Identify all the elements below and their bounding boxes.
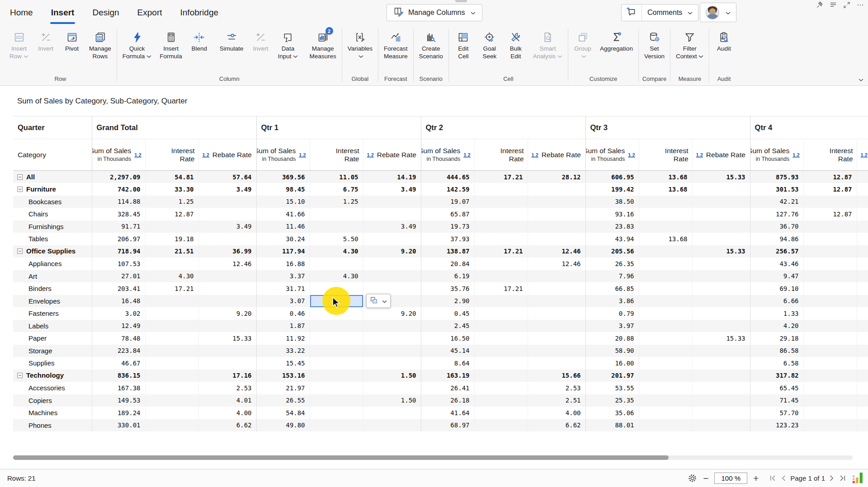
ribbon-button-create-scenario[interactable]: CreateScenario bbox=[415, 28, 447, 62]
ribbon-button-manage-measures[interactable]: 2ManageMeasures bbox=[305, 28, 340, 62]
number-format-chip[interactable]: 1.2 bbox=[628, 152, 635, 158]
table-cell[interactable] bbox=[692, 407, 750, 419]
table-cell[interactable] bbox=[474, 258, 528, 270]
table-cell[interactable]: 3.49 bbox=[198, 183, 256, 196]
table-cell[interactable]: 12.87 bbox=[803, 183, 857, 196]
table-cell[interactable]: 6.62 bbox=[198, 419, 256, 432]
table-cell[interactable] bbox=[310, 382, 363, 394]
table-cell[interactable]: 78.48 bbox=[92, 332, 145, 345]
table-cell[interactable]: 9.47 bbox=[750, 270, 803, 283]
corner-header[interactable]: Quarter bbox=[13, 117, 92, 139]
table-cell[interactable] bbox=[474, 208, 528, 220]
table-cell[interactable] bbox=[145, 220, 198, 233]
table-cell[interactable]: 6.19 bbox=[421, 270, 474, 283]
add-comment-icon[interactable] bbox=[622, 5, 642, 21]
table-cell[interactable]: 149.53 bbox=[92, 394, 145, 407]
table-cell[interactable] bbox=[692, 196, 750, 208]
table-cell[interactable]: 206.97 bbox=[92, 233, 145, 245]
table-cell[interactable]: 4.00 bbox=[528, 407, 585, 419]
table-cell[interactable] bbox=[363, 407, 421, 419]
measure-header-interest[interactable]: InterestRate bbox=[145, 139, 198, 171]
row-label-accessories[interactable]: Accessories bbox=[13, 382, 92, 394]
table-cell[interactable]: 36.99 bbox=[198, 245, 256, 258]
row-label-chairs[interactable]: Chairs bbox=[13, 208, 92, 220]
table-cell[interactable] bbox=[857, 419, 868, 432]
column-group-header-qtr-3[interactable]: Qtr 3 bbox=[585, 117, 750, 139]
table-cell[interactable] bbox=[474, 419, 528, 432]
table-cell[interactable] bbox=[310, 282, 363, 295]
table-cell[interactable]: 3.49 bbox=[363, 220, 421, 233]
table-cell[interactable] bbox=[145, 320, 198, 332]
table-cell[interactable] bbox=[803, 382, 857, 394]
table-cell[interactable]: 223.84 bbox=[92, 345, 145, 357]
table-cell[interactable] bbox=[310, 357, 363, 370]
row-label-technology[interactable]: Technology bbox=[13, 370, 92, 382]
table-cell[interactable] bbox=[198, 320, 256, 332]
table-cell[interactable]: 189.24 bbox=[92, 407, 145, 419]
table-cell[interactable]: 16.88 bbox=[256, 258, 310, 270]
table-cell[interactable] bbox=[803, 394, 857, 407]
table-cell[interactable] bbox=[474, 382, 528, 394]
table-cell[interactable]: 54.81 bbox=[145, 171, 198, 183]
table-cell[interactable]: 25.35 bbox=[585, 394, 639, 407]
table-cell[interactable] bbox=[803, 345, 857, 357]
measure-header-interest[interactable]: InterestRate bbox=[474, 139, 528, 171]
row-label-appliances[interactable]: Appliances bbox=[13, 258, 92, 270]
table-cell[interactable] bbox=[198, 270, 256, 283]
table-cell[interactable]: 6.58 bbox=[750, 357, 803, 370]
table-cell[interactable] bbox=[803, 320, 857, 332]
table-cell[interactable]: 4.00 bbox=[198, 407, 256, 419]
table-cell[interactable] bbox=[803, 407, 857, 419]
table-cell[interactable] bbox=[310, 220, 363, 233]
table-cell[interactable]: 41.66 bbox=[256, 208, 310, 220]
table-cell[interactable] bbox=[639, 307, 692, 320]
table-cell[interactable] bbox=[639, 282, 692, 295]
table-cell[interactable]: 1.25 bbox=[310, 196, 363, 208]
table-cell[interactable] bbox=[857, 196, 868, 208]
zoom-in-button[interactable]: + bbox=[753, 473, 759, 483]
ribbon-button-edit-cell[interactable]: EditCell bbox=[450, 28, 476, 62]
table-cell[interactable]: 2,297.09 bbox=[92, 171, 145, 183]
table-cell[interactable] bbox=[528, 320, 585, 332]
table-cell[interactable]: 13.68 bbox=[639, 183, 692, 196]
table-cell[interactable] bbox=[639, 245, 692, 258]
table-cell[interactable] bbox=[639, 208, 692, 220]
table-cell[interactable]: 17.21 bbox=[474, 282, 528, 295]
table-cell[interactable] bbox=[857, 233, 868, 245]
row-label-phones[interactable]: Phones bbox=[13, 419, 92, 432]
table-cell[interactable] bbox=[857, 220, 868, 233]
row-label-furnishings[interactable]: Furnishings bbox=[13, 220, 92, 233]
table-cell[interactable]: 11.46 bbox=[256, 220, 310, 233]
table-cell[interactable] bbox=[639, 370, 692, 382]
table-cell[interactable] bbox=[363, 258, 421, 270]
table-cell[interactable]: 301.53 bbox=[750, 183, 803, 196]
table-cell[interactable] bbox=[857, 394, 868, 407]
table-cell[interactable] bbox=[198, 196, 256, 208]
table-cell[interactable]: 30.24 bbox=[256, 233, 310, 245]
number-format-chip[interactable]: 1.2 bbox=[463, 152, 470, 158]
table-cell[interactable]: 153.16 bbox=[256, 370, 310, 382]
table-cell[interactable] bbox=[692, 258, 750, 270]
table-cell[interactable]: 9.20 bbox=[363, 245, 421, 258]
table-cell[interactable] bbox=[692, 183, 750, 196]
table-cell[interactable] bbox=[528, 183, 585, 196]
table-cell[interactable]: 203.41 bbox=[92, 282, 145, 295]
settings-gear-icon[interactable] bbox=[688, 473, 697, 483]
table-cell[interactable]: 9.20 bbox=[198, 307, 256, 320]
scrollbar-thumb[interactable] bbox=[13, 455, 669, 460]
table-cell[interactable] bbox=[692, 320, 750, 332]
table-cell[interactable]: 31.71 bbox=[256, 282, 310, 295]
table-cell[interactable]: 16.48 bbox=[92, 295, 145, 308]
table-cell[interactable]: 4.20 bbox=[750, 320, 803, 332]
table-cell[interactable] bbox=[474, 370, 528, 382]
row-label-art[interactable]: Art bbox=[13, 270, 92, 283]
table-cell[interactable] bbox=[310, 332, 363, 345]
table-cell[interactable]: 4.30 bbox=[310, 245, 363, 258]
user-menu[interactable] bbox=[700, 3, 736, 22]
table-cell[interactable] bbox=[528, 282, 585, 295]
ribbon-button-bulk-edit[interactable]: BulkEdit bbox=[503, 28, 529, 62]
table-cell[interactable]: 35.06 bbox=[585, 407, 639, 419]
table-cell[interactable]: 127.76 bbox=[750, 208, 803, 220]
table-cell[interactable]: 167.38 bbox=[92, 382, 145, 394]
ribbon-button-simulate[interactable]: Simulate bbox=[216, 28, 248, 62]
